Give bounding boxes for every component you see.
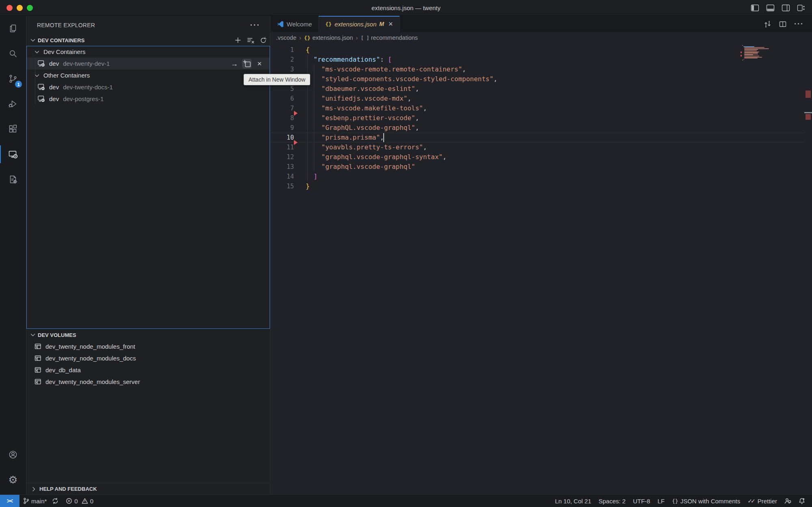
- section-help-and-feedback[interactable]: HELP AND FEEDBACK: [26, 483, 270, 495]
- toggle-primary-sidebar-icon[interactable]: [751, 4, 759, 12]
- gutter-marker-zone: [294, 123, 306, 133]
- activity-item-extensions[interactable]: [0, 117, 26, 142]
- status-eol[interactable]: LF: [654, 495, 668, 507]
- breadcrumb-item[interactable]: [ ]recommendations: [361, 35, 418, 41]
- remote-indicator[interactable]: ><: [0, 495, 19, 507]
- activity-item-settings[interactable]: ⚙: [0, 467, 26, 492]
- tree-group-other-containers[interactable]: Other Containers: [26, 69, 270, 81]
- minimap[interactable]: [741, 45, 778, 61]
- container-item-dev-postgres-1[interactable]: devdev-postgres-1: [26, 93, 270, 105]
- status-notifications[interactable]: [795, 495, 809, 507]
- gutter-marker-zone: [294, 55, 306, 65]
- line-number: 13: [270, 162, 294, 172]
- close-tab-icon[interactable]: ×: [389, 20, 393, 28]
- status-formatter[interactable]: ✓✓Prettier: [744, 495, 781, 507]
- toggle-panel-icon[interactable]: [766, 4, 775, 12]
- chevron-down-icon: [30, 37, 36, 43]
- activity-item-source-control[interactable]: 1: [0, 66, 26, 91]
- code-text: "prisma.prisma",: [306, 133, 384, 142]
- breadcrumb-item[interactable]: {}extensions.json: [304, 35, 353, 41]
- toggle-secondary-sidebar-icon[interactable]: [782, 4, 790, 12]
- add-container-icon[interactable]: [234, 37, 242, 44]
- breadcrumb-item[interactable]: .vscode: [276, 35, 296, 41]
- extensions-icon: [8, 124, 18, 134]
- tab-label: Welcome: [287, 21, 312, 28]
- more-actions-icon[interactable]: ···: [250, 16, 260, 35]
- double-check-icon: ✓✓: [747, 498, 755, 504]
- code-editor[interactable]: 1{2 "recommendations": [3 "ms-vscode-rem…: [270, 43, 812, 495]
- volume-item-dev_twenty_node_modules_front[interactable]: dev_twenty_node_modules_front: [26, 341, 270, 352]
- activity-item-remote-explorer[interactable]: [0, 142, 26, 167]
- compare-changes-icon[interactable]: [764, 21, 771, 28]
- attach-new-window-icon[interactable]: [242, 59, 252, 69]
- section-label: HELP AND FEEDBACK: [39, 486, 97, 492]
- container-item-dev-twenty-docs-1[interactable]: devdev-twenty-docs-1: [26, 81, 270, 93]
- gutter-marker-zone: [294, 162, 306, 172]
- line-number: 2: [270, 55, 294, 65]
- status-label: Prettier: [758, 498, 777, 505]
- vscode-window: extensions.json — twenty 1 ⚙ REMOTE EXPL…: [0, 0, 812, 507]
- section-dev-volumes[interactable]: DEV VOLUMES: [26, 329, 270, 341]
- error-count: 0: [74, 498, 78, 505]
- split-editor-icon[interactable]: [779, 21, 786, 28]
- vscode-logo-icon: [277, 21, 284, 28]
- error-icon: [66, 498, 72, 504]
- minimap-line: [744, 52, 758, 53]
- code-line-5: 5 "dbaeumer.vscode-eslint",: [270, 84, 812, 94]
- tree-group-dev-containers[interactable]: Dev Containers: [26, 46, 270, 58]
- volume-label: dev_twenty_node_modules_front: [45, 343, 135, 350]
- feedback-icon: [784, 498, 791, 504]
- window-title: extensions.json — twenty: [0, 0, 812, 15]
- activity-item-dev-containers[interactable]: [0, 167, 26, 192]
- activity-item-run-debug[interactable]: [0, 91, 26, 117]
- status-encoding[interactable]: UTF-8: [629, 495, 654, 507]
- search-icon: [8, 49, 18, 58]
- tab-welcome[interactable]: Welcome: [270, 16, 319, 32]
- activity-item-search[interactable]: [0, 41, 26, 66]
- container-item-dev-twenty-dev-1[interactable]: devdev-twenty-dev-1→×: [26, 58, 270, 69]
- status-language-mode[interactable]: {}JSON with Comments: [668, 495, 744, 507]
- status-cursor-position[interactable]: Ln 10, Col 21: [551, 495, 595, 507]
- section-dev-containers[interactable]: DEV CONTAINERS: [26, 35, 270, 46]
- attach-window-icon[interactable]: →: [229, 59, 239, 69]
- customize-layout-icon[interactable]: [797, 4, 806, 12]
- volume-icon: [35, 378, 41, 385]
- branch-status[interactable]: main*: [19, 495, 62, 507]
- git-deleted-lines-marker[interactable]: [294, 111, 298, 116]
- refresh-icon[interactable]: [260, 37, 267, 44]
- tooltip: Attach in New Window: [244, 74, 310, 85]
- editor-toolbar: ···: [764, 16, 812, 32]
- tab-bar: Welcome{}extensions.jsonM× ···: [270, 16, 812, 32]
- gutter-marker-zone: [294, 181, 306, 191]
- code-text: "GraphQL.vscode-graphql",: [306, 123, 419, 133]
- activity-item-explorer[interactable]: [0, 16, 26, 41]
- volume-item-dev_db_data[interactable]: dev_db_data: [26, 364, 270, 376]
- tab-extensions-json[interactable]: {}extensions.jsonM×: [319, 16, 400, 32]
- container-config-icon: [8, 175, 18, 184]
- braces-text-icon: {}: [672, 498, 678, 504]
- overview-deleted-marker: [806, 91, 811, 98]
- line-number: 5: [270, 84, 294, 94]
- volume-item-dev_twenty_node_modules_server[interactable]: dev_twenty_node_modules_server: [26, 376, 270, 388]
- array-icon: [ ]: [361, 35, 369, 41]
- workbench: 1 ⚙ REMOTE EXPLORER ··· DEV CONTAINERS D…: [0, 16, 812, 495]
- clear-list-icon[interactable]: [247, 37, 255, 44]
- sync-icon[interactable]: [52, 498, 58, 504]
- stop-container-icon[interactable]: ×: [255, 59, 264, 69]
- code-line-7: 7 "ms-vscode.makefile-tools",: [270, 104, 812, 113]
- volume-item-dev_twenty_node_modules_docs[interactable]: dev_twenty_node_modules_docs: [26, 352, 270, 364]
- overview-ruler[interactable]: [804, 43, 812, 495]
- git-deleted-lines-marker[interactable]: [294, 140, 298, 145]
- more-actions-icon[interactable]: ···: [794, 20, 804, 28]
- status-feedback[interactable]: [781, 495, 795, 507]
- volume-icon: [35, 355, 41, 362]
- container-icon: [38, 60, 45, 67]
- sidebar-title: REMOTE EXPLORER ···: [26, 16, 270, 35]
- code-text: }: [306, 181, 310, 191]
- code-line-6: 6 "unifiedjs.vscode-mdx",: [270, 94, 812, 104]
- files-icon: [8, 24, 18, 33]
- activity-item-accounts[interactable]: [0, 442, 26, 467]
- source-control-badge: 1: [15, 81, 22, 88]
- problems-status[interactable]: 0 0: [62, 495, 97, 507]
- status-indentation[interactable]: Spaces: 2: [595, 495, 629, 507]
